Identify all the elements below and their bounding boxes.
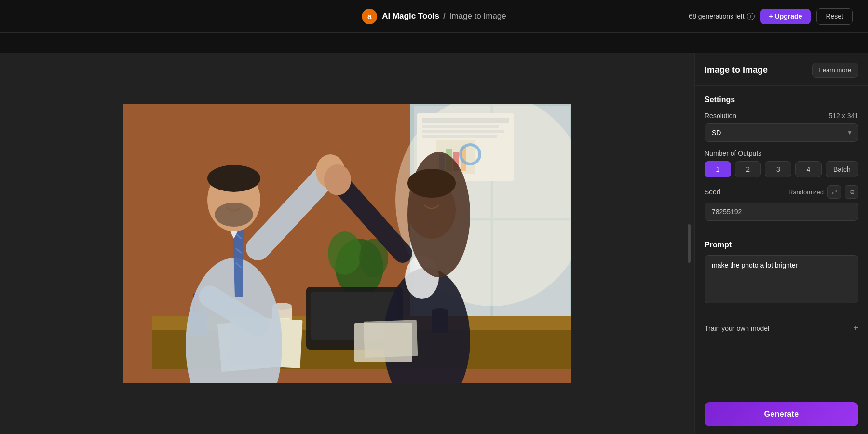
svg-rect-11 — [422, 135, 497, 138]
upgrade-button[interactable]: + Upgrade — [760, 9, 811, 24]
outputs-buttons: 1 2 3 4 Batch — [705, 161, 858, 177]
prompt-section: Prompt make the photo a lot brighter — [695, 231, 868, 315]
resolution-label: Resolution — [705, 112, 736, 120]
output-2-button[interactable]: 2 — [735, 161, 761, 177]
svg-point-54 — [324, 164, 351, 195]
breadcrumb-text: AI Magic Tools / Image to Image — [382, 12, 506, 21]
seed-label: Seed — [705, 188, 720, 196]
svg-rect-10 — [422, 130, 504, 133]
train-label: Train your own model — [705, 325, 769, 332]
svg-point-19 — [328, 231, 362, 275]
settings-section: Settings Resolution 512 x 341 SD HD Full… — [695, 86, 868, 231]
canvas-area[interactable] — [0, 53, 694, 434]
prompt-textarea[interactable]: make the photo a lot brighter — [705, 255, 858, 303]
canvas-scrollbar[interactable] — [688, 224, 691, 263]
reset-button[interactable]: Reset — [816, 8, 853, 25]
breadcrumb: a AI Magic Tools / Image to Image — [362, 9, 506, 24]
resolution-label-row: Resolution 512 x 341 — [705, 112, 858, 120]
seed-input[interactable] — [705, 203, 858, 221]
generations-left: 68 generations left i — [689, 13, 754, 20]
topbar-right: 68 generations left i + Upgrade Reset — [689, 8, 853, 25]
train-section[interactable]: Train your own model + — [695, 315, 868, 341]
generate-section: Generate — [695, 394, 868, 434]
svg-point-52 — [407, 169, 456, 198]
svg-rect-9 — [422, 125, 499, 128]
svg-point-44 — [215, 203, 253, 227]
seed-row: Seed Randomized ⇄ ⧉ — [705, 185, 858, 221]
breadcrumb-tool[interactable]: AI Magic Tools — [382, 12, 439, 21]
image-container — [123, 104, 571, 383]
svg-rect-8 — [422, 118, 509, 123]
output-1-button[interactable]: 1 — [705, 161, 731, 177]
resolution-value: 512 x 341 — [829, 112, 859, 120]
resolution-row: Resolution 512 x 341 SD HD Full HD 4K ▼ — [705, 112, 858, 142]
output-4-button[interactable]: 4 — [795, 161, 822, 177]
topbar: a AI Magic Tools / Image to Image 68 gen… — [0, 0, 868, 33]
breadcrumb-separator: / — [443, 12, 446, 21]
svg-point-43 — [207, 165, 260, 192]
seed-randomized-label: Randomized — [788, 189, 824, 196]
sidebar-title: Image to Image — [705, 65, 768, 75]
generate-button[interactable]: Generate — [705, 402, 858, 426]
output-batch-button[interactable]: Batch — [826, 161, 858, 177]
svg-rect-56 — [364, 320, 418, 358]
main-layout: Image to Image Learn more Settings Resol… — [0, 53, 868, 434]
outputs-label-row: Number of Outputs — [705, 149, 858, 157]
output-3-button[interactable]: 3 — [765, 161, 791, 177]
secondary-bar — [0, 33, 868, 53]
breadcrumb-current: Image to Image — [449, 12, 506, 21]
learn-more-button[interactable]: Learn more — [812, 63, 858, 78]
sidebar-header: Image to Image Learn more — [695, 53, 868, 86]
plus-icon: + — [853, 323, 858, 333]
seed-randomized: Randomized ⇄ ⧉ — [788, 185, 858, 199]
image-svg — [123, 104, 571, 383]
train-link[interactable]: Train your own model + — [705, 323, 858, 333]
info-icon[interactable]: i — [747, 13, 755, 20]
settings-title: Settings — [705, 95, 858, 104]
prompt-title: Prompt — [705, 241, 858, 249]
seed-shuffle-button[interactable]: ⇄ — [827, 185, 841, 199]
resolution-select-wrapper: SD HD Full HD 4K ▼ — [705, 123, 858, 142]
resolution-select[interactable]: SD HD Full HD 4K — [705, 123, 858, 142]
seed-copy-button[interactable]: ⧉ — [845, 185, 858, 199]
app-icon: a — [362, 9, 377, 24]
sidebar: Image to Image Learn more Settings Resol… — [694, 53, 868, 434]
seed-label-row: Seed Randomized ⇄ ⧉ — [705, 185, 858, 199]
outputs-row: Number of Outputs 1 2 3 4 Batch — [705, 149, 858, 177]
uploaded-image — [123, 104, 571, 383]
outputs-label: Number of Outputs — [705, 149, 761, 157]
